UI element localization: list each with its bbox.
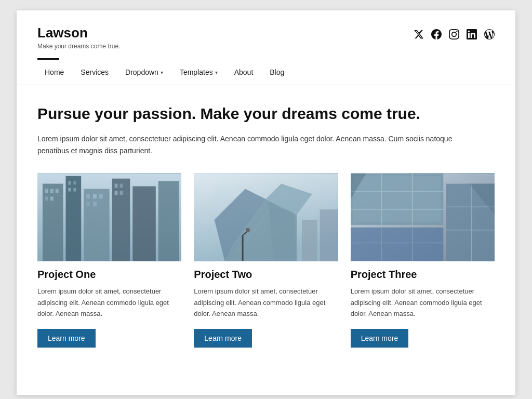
svg-rect-7: [45, 189, 48, 193]
project-image-1: [37, 173, 181, 261]
svg-rect-17: [93, 194, 97, 199]
svg-rect-40: [353, 176, 441, 222]
project-2-title: Project Two: [194, 269, 338, 281]
header: Lawson Make your dreams come true.: [17, 10, 515, 58]
project-3-title: Project Three: [351, 269, 495, 281]
svg-rect-22: [119, 184, 123, 188]
svg-rect-37: [320, 209, 338, 261]
project-1-title: Project One: [37, 269, 181, 281]
svg-rect-1: [43, 184, 63, 261]
svg-rect-18: [99, 194, 103, 199]
hero-title: Pursue your passion. Make your dreams co…: [37, 104, 495, 124]
project-card-2: Project Two Lorem ipsum dolor sit amet, …: [194, 173, 338, 347]
instagram-icon[interactable]: [449, 29, 459, 42]
svg-rect-8: [50, 189, 54, 193]
svg-rect-12: [68, 181, 71, 185]
social-icons-group: [414, 29, 495, 42]
svg-rect-19: [86, 202, 90, 207]
svg-rect-23: [115, 191, 118, 195]
project-card-1: Project One Lorem ipsum dolor sit amet, …: [37, 173, 181, 347]
svg-rect-14: [68, 188, 71, 192]
svg-rect-49: [351, 228, 443, 261]
svg-rect-16: [86, 194, 90, 199]
svg-rect-9: [56, 189, 59, 193]
templates-chevron-icon: ▾: [215, 70, 218, 75]
facebook-icon[interactable]: [431, 29, 442, 42]
svg-point-35: [246, 228, 250, 232]
svg-rect-11: [50, 197, 54, 201]
brand: Lawson Make your dreams come true.: [37, 25, 120, 50]
svg-rect-21: [115, 184, 118, 188]
svg-rect-10: [45, 197, 48, 201]
linkedin-icon[interactable]: [467, 29, 477, 42]
nav-item-dropdown[interactable]: Dropdown ▾: [118, 65, 170, 79]
nav-item-blog[interactable]: Blog: [262, 65, 291, 79]
nav-bar: Home Services Dropdown ▾ Templates ▾ Abo…: [17, 60, 515, 85]
project-1-description: Lorem ipsum dolor sit amet, consectetuer…: [37, 286, 181, 319]
svg-rect-13: [73, 181, 76, 185]
brand-title: Lawson: [37, 25, 120, 41]
brand-tagline: Make your dreams come true.: [37, 43, 120, 50]
projects-grid: Project One Lorem ipsum dolor sit amet, …: [37, 173, 495, 347]
svg-rect-24: [119, 191, 123, 195]
main-content: Pursue your passion. Make your dreams co…: [17, 85, 515, 368]
svg-rect-5: [132, 187, 156, 261]
project-3-learn-more-button[interactable]: Learn more: [351, 329, 409, 348]
nav-item-home[interactable]: Home: [37, 65, 71, 79]
svg-rect-3: [84, 189, 110, 261]
wordpress-icon[interactable]: [484, 29, 495, 42]
dropdown-chevron-icon: ▾: [161, 70, 163, 75]
svg-rect-20: [93, 202, 97, 207]
hero-description: Lorem ipsum dolor sit amet, consectetuer…: [37, 133, 463, 158]
nav-item-services[interactable]: Services: [73, 65, 116, 79]
nav-item-about[interactable]: About: [227, 65, 261, 79]
project-image-3: [351, 173, 495, 261]
project-3-description: Lorem ipsum dolor sit amet, consectetuer…: [351, 286, 495, 319]
page-wrapper: Lawson Make your dreams come true. H: [17, 10, 515, 395]
svg-rect-6: [158, 181, 179, 261]
project-2-learn-more-button[interactable]: Learn more: [194, 329, 252, 348]
svg-rect-36: [302, 220, 317, 261]
svg-rect-15: [73, 188, 76, 192]
project-card-3: Project Three Lorem ipsum dolor sit amet…: [351, 173, 495, 347]
project-2-description: Lorem ipsum dolor sit amet, consectetuer…: [194, 286, 338, 319]
nav-item-templates[interactable]: Templates ▾: [172, 65, 225, 79]
project-image-2: [194, 173, 338, 261]
project-1-learn-more-button[interactable]: Learn more: [37, 329, 96, 348]
twitter-icon[interactable]: [414, 29, 424, 42]
